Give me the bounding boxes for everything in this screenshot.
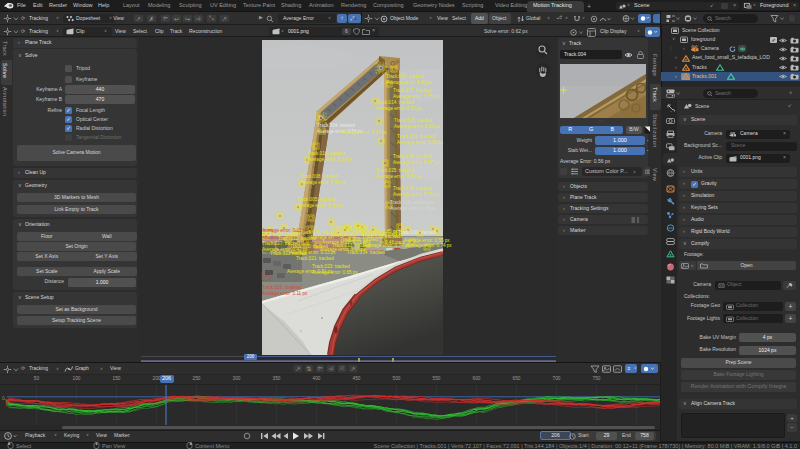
svg-text:Average error: 0.35 px: Average error: 0.35 px: [393, 192, 439, 197]
svg-text:Average error: 0.37 px: Average error: 0.37 px: [341, 130, 387, 135]
svg-text:Track.016: tracked: Track.016: tracked: [307, 151, 345, 156]
svg-text:Track.011: tracked: Track.011: tracked: [386, 74, 424, 79]
svg-text:Track.026: disabled: Track.026: disabled: [262, 285, 302, 290]
svg-text:Track.014: tracked: Track.014: tracked: [376, 100, 414, 105]
svg-text:Track.008: tracked: Track.008: tracked: [300, 174, 338, 179]
svg-text:Average error: 0.39 px: Average error: 0.39 px: [397, 140, 443, 145]
svg-text:0.46 track: 0.46 track: [385, 240, 406, 245]
svg-text:Average error: 0.40 px: Average error: 0.40 px: [386, 80, 432, 85]
svg-text:Average err: Average err: [310, 235, 334, 240]
svg-text:Average error: 0.47 px: Average error: 0.47 px: [393, 160, 439, 165]
svg-text:Average error: 0.46 px: Average error: 0.46 px: [297, 203, 343, 208]
svg-text:Average error: 0.51 px: Average error: 0.51 px: [287, 269, 333, 274]
svg-text:Track.013: tracked: Track.013: tracked: [332, 243, 370, 248]
svg-text:Track.010: estimated: Track.010: estimated: [390, 200, 433, 205]
svg-text:Track.005: tracked: Track.005: tracked: [297, 197, 335, 202]
svg-text:Track.004: tracked: Track.004: tracked: [317, 123, 355, 128]
svg-text:Track.017: tracked: Track.017: tracked: [393, 88, 431, 93]
svg-text:Track.030: tracked: Track.030: tracked: [398, 230, 436, 235]
svg-text:Average error: 0.36 px: Average error: 0.36 px: [394, 124, 440, 129]
svg-text:Average error: 0.51 px: Average error: 0.51 px: [376, 106, 422, 111]
svg-text:Track.025: tracked: Track.025: tracked: [394, 118, 432, 123]
svg-text:Average error: 0.54 px: Average error: 0.54 px: [300, 180, 346, 185]
svg-text:Track.034: tracked: Track.034: tracked: [347, 250, 385, 255]
svg-text:Track.029: tracked: Track.029: tracked: [340, 237, 378, 242]
svg-text:Track.028: tracked: Track.028: tracked: [393, 154, 431, 159]
svg-text:Average error: 0.13 px: Average error: 0.13 px: [262, 228, 308, 233]
svg-text:Average error: 0.11 px: Average error: 0.11 px: [262, 291, 308, 296]
svg-text:Track.031: tracked: Track.031: tracked: [397, 134, 435, 139]
svg-text:Average error: 0.74 px: Average error: 0.74 px: [406, 243, 452, 248]
svg-text:Track.025: tracked: Track.025: tracked: [376, 168, 414, 173]
svg-text:Average error: 0.55 px: Average error: 0.55 px: [393, 94, 439, 99]
svg-text:Track 0.55 tracked: Track 0.55 tracked: [330, 225, 368, 230]
svg-text:Average error: 0.78 px: Average error: 0.78 px: [390, 206, 436, 211]
svg-text:0: 0: [2, 394, 5, 400]
svg-text:Track.023 tracked: Track.023 tracked: [270, 251, 307, 256]
svg-text:Track.018: tracked: Track.018: tracked: [393, 186, 431, 191]
svg-text:Average error: 0.51 px: Average error: 0.51 px: [376, 174, 422, 179]
svg-text:Average error: 0.57 px: Average error: 0.57 px: [307, 157, 353, 162]
svg-text:Track.021: tracked: Track.021: tracked: [296, 256, 334, 261]
